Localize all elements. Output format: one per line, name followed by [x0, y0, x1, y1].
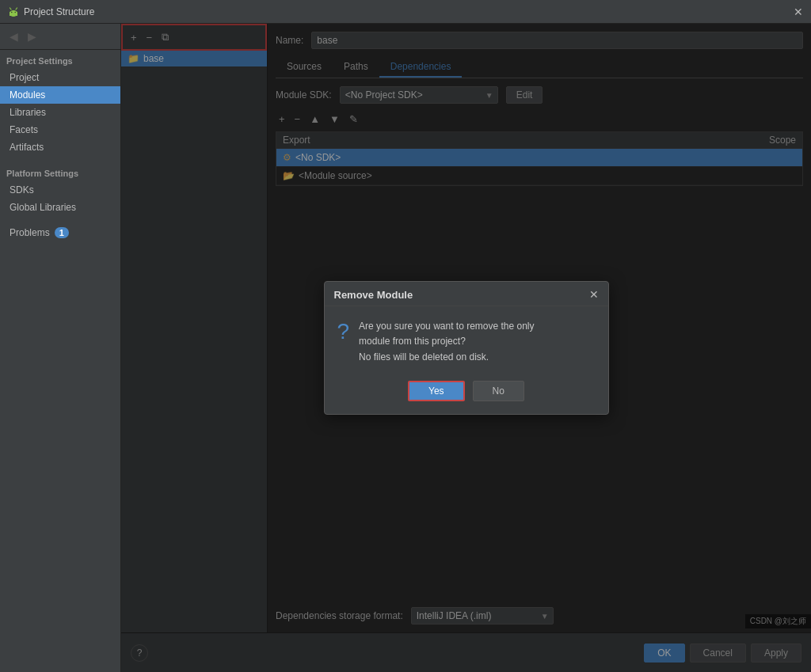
main-layout: ◀ ▶ Project Settings Project Modules Lib…: [0, 24, 811, 672]
title-bar-left: Project Structure: [8, 6, 94, 17]
svg-point-4: [11, 11, 12, 12]
sidebar-item-facets[interactable]: Facets: [0, 121, 120, 139]
dialog-no-button[interactable]: No: [473, 381, 524, 401]
sidebar-item-problems[interactable]: Problems 1: [0, 222, 120, 243]
dialog-yes-button[interactable]: Yes: [408, 381, 465, 401]
dialog-title: Remove Module: [334, 289, 413, 301]
dialog-message: Are you sure you want to remove the only…: [359, 319, 534, 365]
sidebar-item-global-libraries[interactable]: Global Libraries: [0, 199, 120, 216]
remove-module-dialog: Remove Module ✕ ? Are you sure you want …: [324, 281, 609, 415]
platform-settings-label: Platform Settings: [0, 162, 120, 181]
title-bar-title: Project Structure: [24, 6, 94, 17]
dialog-close-button[interactable]: ✕: [589, 288, 599, 301]
sidebar-item-sdks[interactable]: SDKs: [0, 181, 120, 199]
close-icon[interactable]: ✕: [794, 6, 803, 18]
sidebar-item-libraries[interactable]: Libraries: [0, 104, 120, 121]
title-bar: Project Structure ✕: [0, 0, 811, 24]
svg-rect-1: [10, 12, 17, 16]
dialog-buttons: Yes No: [325, 374, 608, 414]
problems-label: Problems: [10, 227, 50, 238]
svg-line-2: [10, 8, 12, 9]
dialog-question-icon: ?: [337, 319, 350, 344]
nav-buttons: ◀ ▶: [0, 24, 120, 50]
dialog-title-bar: Remove Module ✕: [325, 282, 608, 306]
project-settings-label: Project Settings: [0, 50, 120, 69]
sidebar-item-project[interactable]: Project: [0, 69, 120, 86]
forward-button[interactable]: ▶: [25, 28, 40, 44]
dialog-overlay: Remove Module ✕ ? Are you sure you want …: [121, 24, 811, 672]
svg-point-5: [15, 11, 16, 12]
svg-line-3: [16, 8, 17, 9]
sidebar-item-artifacts[interactable]: Artifacts: [0, 139, 120, 156]
problems-badge: 1: [55, 227, 69, 238]
back-button[interactable]: ◀: [6, 28, 21, 44]
sidebar-item-modules[interactable]: Modules: [0, 86, 120, 104]
sidebar: ◀ ▶ Project Settings Project Modules Lib…: [0, 24, 121, 672]
android-icon: [8, 6, 19, 17]
content-area: + − ⧉ 📁 base Name: Sources Paths Depende…: [121, 24, 811, 672]
dialog-body: ? Are you sure you want to remove the on…: [325, 306, 608, 374]
